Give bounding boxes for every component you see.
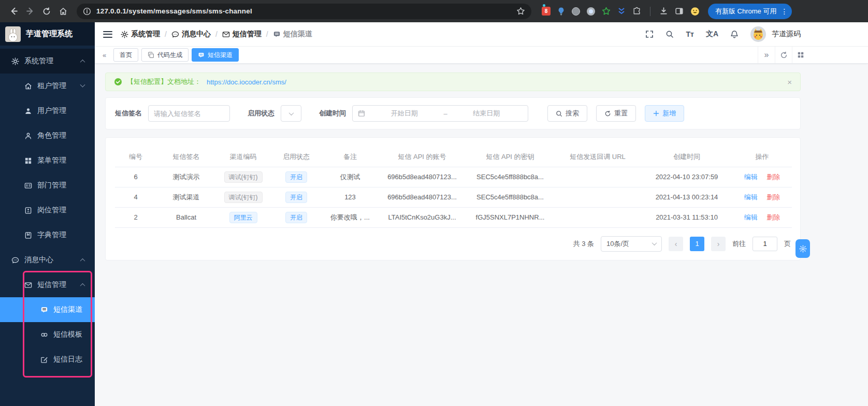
alert-message: 【短信配置】文档地址： <box>127 77 201 86</box>
app-logo[interactable]: 芋道管理系统 <box>0 22 95 46</box>
address-bar[interactable]: 127.0.0.1/system/messages/sms/sms-channe… <box>77 4 531 19</box>
notification-bell-icon[interactable] <box>730 30 739 39</box>
sidebar-item-sms-template[interactable]: 短信模板 <box>0 322 95 347</box>
next-page-button[interactable]: › <box>711 237 726 251</box>
cell-api-account: 696b5d8ead4807123... <box>378 187 466 207</box>
home-icon[interactable] <box>55 3 71 20</box>
sidebar-item-tenant-management[interactable]: 租户管理 <box>0 74 95 98</box>
doc-link[interactable]: https://doc.iocoder.cn/sms/ <box>207 78 286 86</box>
language-icon[interactable]: 文A <box>706 30 718 39</box>
tab-sms-channel[interactable]: 短信渠道 <box>192 48 239 62</box>
tabs-scroll-left-icon[interactable]: « <box>95 47 113 63</box>
prev-page-button[interactable]: ‹ <box>669 237 683 251</box>
tab-home[interactable]: 首页 <box>113 48 138 62</box>
delete-link[interactable]: 删除 <box>766 213 780 221</box>
sidebar-item-role-management[interactable]: 角色管理 <box>0 123 95 148</box>
date-range-picker[interactable]: 开始日期 – 结束日期 <box>352 105 528 122</box>
hamburger-icon[interactable] <box>103 31 112 38</box>
goto-page-input[interactable] <box>753 237 777 251</box>
refresh-tab-icon[interactable] <box>775 47 792 63</box>
extension-chevrons-icon[interactable] <box>617 7 626 15</box>
delete-link[interactable]: 删除 <box>766 173 780 181</box>
sidebar-item-user-management[interactable]: 用户管理 <box>0 98 95 123</box>
user-avatar[interactable] <box>750 26 766 42</box>
close-icon[interactable]: × <box>787 78 792 86</box>
bookmark-star-icon[interactable] <box>516 7 525 16</box>
font-size-icon[interactable]: Tт <box>686 30 693 38</box>
settings-drawer-button[interactable] <box>795 239 810 258</box>
tab-label: 首页 <box>120 51 132 60</box>
extension-badge-icon[interactable]: 8 <box>542 7 551 16</box>
extension-ring-icon[interactable] <box>587 7 595 16</box>
chevron-down-icon <box>80 82 85 87</box>
cell-api-account: LTAI5tCnKso2uG3kJ... <box>378 207 466 227</box>
page-number-current[interactable]: 1 <box>690 237 704 251</box>
breadcrumb-item-message-center[interactable]: 消息中心 <box>171 30 211 39</box>
page-content: 【短信配置】文档地址： https://doc.iocoder.cn/sms/ … <box>95 64 868 406</box>
edit-link[interactable]: 编辑 <box>744 193 758 201</box>
site-info-icon[interactable] <box>83 7 91 16</box>
sidebar-item-menu-management[interactable]: 菜单管理 <box>0 148 95 173</box>
sidebar-item-label: 岗位管理 <box>37 206 66 215</box>
start-date-placeholder: 开始日期 <box>368 109 440 118</box>
tabs-scroll-right-icon[interactable]: » <box>758 47 775 63</box>
chevron-down-icon <box>652 240 657 245</box>
side-panel-icon[interactable] <box>675 7 684 16</box>
app-header: 系统管理 / 消息中心 / 短信管理 / 短信渠道 <box>95 22 868 47</box>
page-size-select[interactable]: 10条/页 <box>601 236 662 252</box>
breadcrumb-item-system[interactable]: 系统管理 <box>121 30 160 39</box>
sidebar-item-label: 菜单管理 <box>37 156 66 165</box>
browser-menu-icon[interactable]: ⋮ <box>780 8 788 15</box>
extension-sphere-icon[interactable] <box>572 7 580 16</box>
sidebar-item-sms-channel[interactable]: 短信渠道 <box>0 297 95 322</box>
extensions-puzzle-icon[interactable] <box>632 7 641 16</box>
signature-input[interactable] <box>148 105 230 122</box>
sidebar-item-sms-management[interactable]: 短信管理 <box>0 272 95 297</box>
sidebar-item-label: 系统管理 <box>24 56 53 66</box>
delete-link[interactable]: 删除 <box>766 193 780 201</box>
back-icon[interactable] <box>5 3 22 20</box>
cell-callback-url <box>554 207 641 227</box>
layout-grid-icon[interactable] <box>792 47 809 63</box>
breadcrumb-label: 短信管理 <box>233 30 262 39</box>
end-date-placeholder: 结束日期 <box>451 109 523 118</box>
home-icon <box>24 82 32 90</box>
chat-icon <box>11 256 19 264</box>
mail-icon <box>24 281 32 289</box>
sidebar-item-message-center[interactable]: 消息中心 <box>0 248 95 272</box>
sidebar-item-department-management[interactable]: 部门管理 <box>0 173 95 198</box>
search-button-label: 搜索 <box>566 109 579 118</box>
downloads-icon[interactable] <box>659 7 668 16</box>
tab-code-generation[interactable]: 代码生成 <box>141 48 189 62</box>
edit-link[interactable]: 编辑 <box>744 173 758 181</box>
sidebar-item-post-management[interactable]: 岗位管理 <box>0 198 95 223</box>
cell-id: 4 <box>115 187 156 207</box>
username[interactable]: 芋道源码 <box>772 30 801 39</box>
sms-channel-icon <box>198 52 205 59</box>
sidebar-item-label: 租户管理 <box>37 81 66 91</box>
cell-api-account: 696b5d8ead4807123... <box>378 167 466 187</box>
reload-icon[interactable] <box>38 3 55 20</box>
status-select[interactable] <box>281 105 301 122</box>
sidebar-item-label: 短信管理 <box>37 280 66 289</box>
breadcrumb-item-sms-management[interactable]: 短信管理 <box>222 30 262 39</box>
column-header: 短信 API 的账号 <box>378 147 466 167</box>
chrome-update-button[interactable]: 有新版 Chrome 可用 ⋮ <box>708 4 792 19</box>
add-button[interactable]: 新增 <box>645 105 684 122</box>
extension-star-icon[interactable] <box>602 7 611 16</box>
sidebar-item-sms-log[interactable]: 短信日志 <box>0 347 95 372</box>
search-icon[interactable] <box>666 30 674 38</box>
reset-button[interactable]: 重置 <box>596 105 636 122</box>
forward-icon[interactable] <box>22 3 38 20</box>
breadcrumb-label: 系统管理 <box>131 30 160 39</box>
sidebar-item-dict-management[interactable]: 字典管理 <box>0 223 95 248</box>
search-button[interactable]: 搜索 <box>547 105 587 122</box>
sms-channel-icon <box>40 306 48 314</box>
fullscreen-icon[interactable] <box>645 30 654 38</box>
sidebar-item-system-management[interactable]: 系统管理 <box>0 49 95 74</box>
column-header: 短信发送回调 URL <box>554 147 641 167</box>
user-icon <box>24 107 32 115</box>
extension-lamp-icon[interactable] <box>557 7 565 16</box>
edit-link[interactable]: 编辑 <box>744 213 758 221</box>
emoji-profile-icon[interactable] <box>690 7 700 16</box>
